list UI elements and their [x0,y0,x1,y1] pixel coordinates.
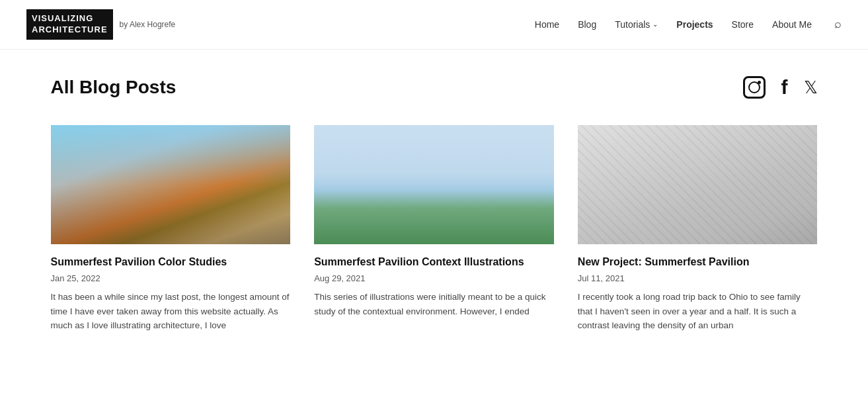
facebook-icon: f [781,76,788,98]
post-excerpt: I recently took a long road trip back to… [578,290,818,333]
post-title-link[interactable]: Summerfest Pavilion Context Illustration… [314,255,554,273]
logo-byline: by Alex Hogrefe [120,20,176,29]
logo-line1: VISUALIZING [32,13,108,24]
nav-home[interactable]: Home [535,19,559,30]
tutorials-chevron-down-icon: ⌄ [652,21,658,28]
nav-tutorials-wrapper: Tutorials ⌄ [615,19,658,30]
post-card: Summerfest Pavilion Context Illustration… [314,125,554,333]
logo-line2: ARCHITECTURE [32,24,108,36]
nav-tutorials[interactable]: Tutorials [615,19,650,30]
post-card: New Project: Summerfest Pavilion Jul 11,… [578,125,818,333]
instagram-icon [743,76,766,99]
instagram-link[interactable] [743,76,766,99]
post-title-link[interactable]: Summerfest Pavilion Color Studies [51,255,291,273]
nav-projects[interactable]: Projects [676,19,713,30]
main-content: All Blog Posts f 𝕏 Summerfest Pavilion C… [24,50,844,333]
post-date: Jul 11, 2021 [578,273,818,283]
top-row: All Blog Posts f 𝕏 [51,76,818,99]
social-icons: f 𝕏 [743,76,818,99]
post-excerpt: It has been a while since my last post, … [51,290,291,333]
main-nav: Home Blog Tutorials ⌄ Projects Store Abo… [535,17,842,31]
logo-box: VISUALIZING ARCHITECTURE [26,9,113,40]
post-title: New Project: Summerfest Pavilion [578,255,818,269]
post-image-3 [578,125,818,244]
post-title-link[interactable]: New Project: Summerfest Pavilion [578,255,818,273]
nav-about-me[interactable]: About Me [772,19,812,30]
posts-grid: Summerfest Pavilion Color Studies Jan 25… [51,125,818,333]
nav-store[interactable]: Store [732,19,754,30]
site-header: VISUALIZING ARCHITECTURE by Alex Hogrefe… [0,0,868,50]
logo-area: VISUALIZING ARCHITECTURE by Alex Hogrefe [26,9,175,40]
post-image-2 [314,125,554,244]
post-title: Summerfest Pavilion Color Studies [51,255,291,269]
post-title: Summerfest Pavilion Context Illustration… [314,255,554,269]
page-title: All Blog Posts [51,77,177,98]
post-date: Aug 29, 2021 [314,273,554,283]
twitter-link[interactable]: 𝕏 [804,77,818,98]
facebook-link[interactable]: f [781,76,788,99]
post-date: Jan 25, 2022 [51,273,291,283]
post-excerpt: This series of illustrations were initia… [314,290,554,318]
post-image-1 [51,125,291,244]
twitter-icon: 𝕏 [804,78,818,97]
post-card: Summerfest Pavilion Color Studies Jan 25… [51,125,291,333]
nav-blog[interactable]: Blog [578,19,596,30]
search-button[interactable]: ⌕ [834,17,842,31]
